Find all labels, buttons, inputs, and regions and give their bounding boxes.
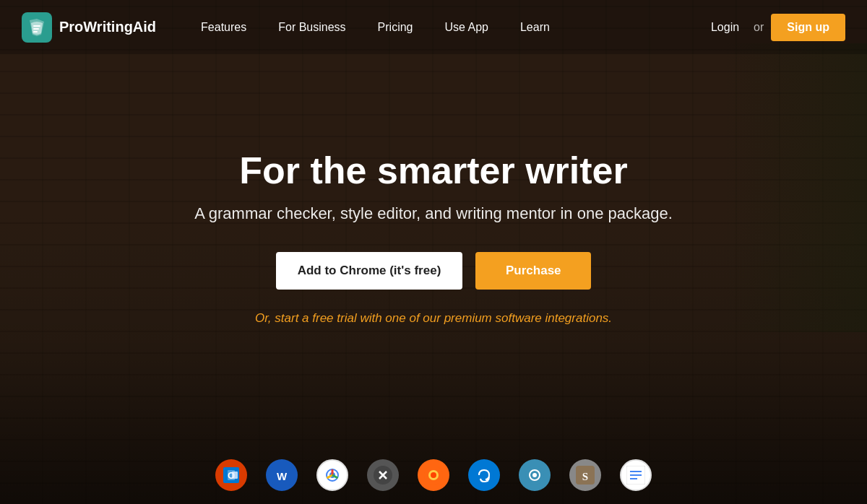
- scrivener-integration-icon[interactable]: S: [569, 459, 601, 491]
- svg-text:S: S: [582, 471, 588, 482]
- hero-section: ProWritingAid Features For Business Pric…: [0, 0, 867, 504]
- hero-content: For the smarter writer A grammar checker…: [108, 150, 759, 346]
- svg-point-21: [532, 473, 537, 477]
- openoffice-integration-icon[interactable]: [519, 459, 551, 491]
- nav-useapp[interactable]: Use App: [428, 0, 504, 54]
- word-integration-icon[interactable]: W: [266, 459, 298, 491]
- svg-rect-26: [630, 474, 642, 476]
- logo-text: ProWritingAid: [59, 19, 156, 35]
- outlook-integration-icon[interactable]: O: [215, 459, 247, 491]
- nav-pricing[interactable]: Pricing: [362, 0, 429, 54]
- nav-links: Features For Business Pricing Use App Le…: [185, 0, 704, 54]
- main-nav: ProWritingAid Features For Business Pric…: [0, 0, 867, 54]
- nav-business[interactable]: For Business: [262, 0, 361, 54]
- hero-title: For the smarter writer: [108, 150, 759, 191]
- logo-icon: [22, 12, 52, 43]
- integrations-row: O W: [215, 459, 652, 491]
- firefox-integration-icon[interactable]: [418, 459, 449, 491]
- nav-right: Login or Sign up: [704, 14, 845, 41]
- svg-point-17: [431, 472, 436, 478]
- svg-rect-27: [630, 478, 637, 479]
- hero-buttons: Add to Chrome (it's free) Purchase: [108, 252, 759, 290]
- logo-link[interactable]: ProWritingAid: [22, 12, 156, 43]
- nav-features[interactable]: Features: [185, 0, 262, 54]
- hero-subtitle: A grammar checker, style editor, and wri…: [108, 204, 759, 223]
- svg-rect-3: [232, 472, 238, 479]
- svg-text:W: W: [277, 470, 288, 482]
- nav-learn[interactable]: Learn: [504, 0, 566, 54]
- login-link[interactable]: Login: [704, 21, 746, 34]
- signup-button[interactable]: Sign up: [771, 14, 845, 41]
- svg-rect-25: [630, 471, 642, 472]
- chrome-integration-icon[interactable]: [316, 459, 348, 491]
- add-to-chrome-button[interactable]: Add to Chrome (it's free): [276, 252, 463, 290]
- integrations-text: Or, start a free trial with one of our p…: [108, 311, 759, 326]
- or-separator: or: [754, 21, 764, 34]
- purchase-button[interactable]: Purchase: [475, 252, 591, 290]
- distraction-free-icon[interactable]: [367, 459, 399, 491]
- gdocs-integration-icon[interactable]: [620, 459, 652, 491]
- edge-integration-icon[interactable]: [468, 459, 500, 491]
